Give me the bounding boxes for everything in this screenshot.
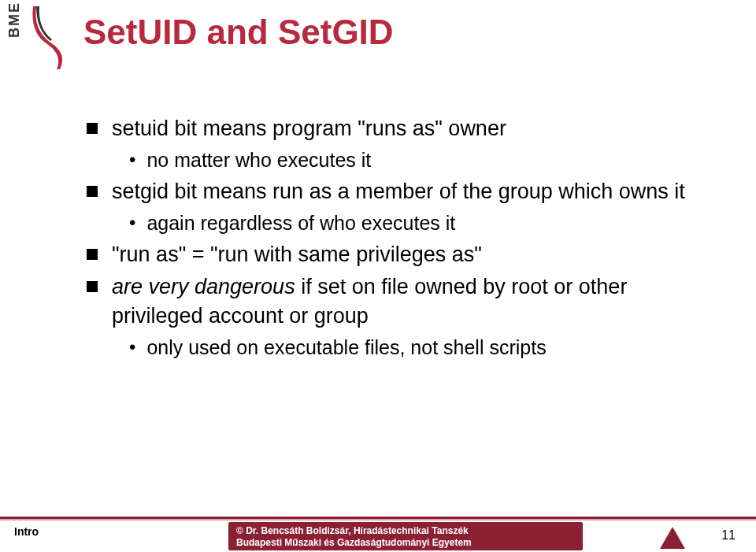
list-item: • no matter who executes it bbox=[129, 146, 693, 174]
footer-line2: Budapesti Műszaki és Gazdaságtudományi E… bbox=[236, 537, 575, 549]
dot-bullet-icon: • bbox=[129, 209, 135, 237]
bme-logo: BME bbox=[0, 0, 71, 79]
list-item: • again regardless of who executes it bbox=[129, 209, 693, 237]
bullet-text: setuid bit means program "runs as" owner bbox=[112, 114, 506, 143]
bullet-text: setgid bit means run as a member of the … bbox=[112, 177, 685, 206]
list-item: setuid bit means program "runs as" owner bbox=[87, 114, 693, 143]
bme-text: BME bbox=[6, 2, 23, 38]
list-item: "run as" = "run with same privileges as" bbox=[87, 240, 693, 269]
bullet-text: "run as" = "run with same privileges as" bbox=[112, 240, 482, 269]
footer-rule-light bbox=[0, 519, 756, 521]
square-bullet-icon bbox=[87, 186, 98, 197]
dot-bullet-icon: • bbox=[129, 334, 135, 361]
list-item: • only used on executable files, not she… bbox=[129, 334, 693, 361]
slide-content: setuid bit means program "runs as" owner… bbox=[87, 114, 693, 365]
list-item: are very dangerous if set on file owned … bbox=[87, 272, 693, 332]
page-number: 11 bbox=[721, 528, 736, 543]
footer-line1: © Dr. Bencsáth Boldizsár, Híradástechnik… bbox=[236, 525, 575, 537]
square-bullet-icon bbox=[87, 281, 98, 292]
square-bullet-icon bbox=[87, 249, 98, 260]
bullet-text: again regardless of who executes it bbox=[146, 209, 455, 237]
dot-bullet-icon: • bbox=[129, 146, 135, 174]
bullet-text: only used on executable files, not shell… bbox=[146, 334, 546, 361]
bullet-text: no matter who executes it bbox=[146, 146, 371, 174]
logo-swoosh-icon bbox=[28, 6, 72, 69]
footer-section-label: Intro bbox=[14, 525, 39, 538]
list-item: setgid bit means run as a member of the … bbox=[87, 177, 693, 206]
italic-text: are very dangerous bbox=[112, 275, 295, 298]
footer-attribution: © Dr. Bencsáth Boldizsár, Híradástechnik… bbox=[228, 522, 583, 550]
slide-footer: Intro © Dr. Bencsáth Boldizsár, Híradást… bbox=[0, 517, 756, 552]
square-bullet-icon bbox=[87, 123, 98, 134]
slide-title: SetUID and SetGID bbox=[83, 13, 394, 52]
triangle-icon bbox=[660, 527, 685, 549]
bullet-text: are very dangerous if set on file owned … bbox=[112, 272, 693, 332]
